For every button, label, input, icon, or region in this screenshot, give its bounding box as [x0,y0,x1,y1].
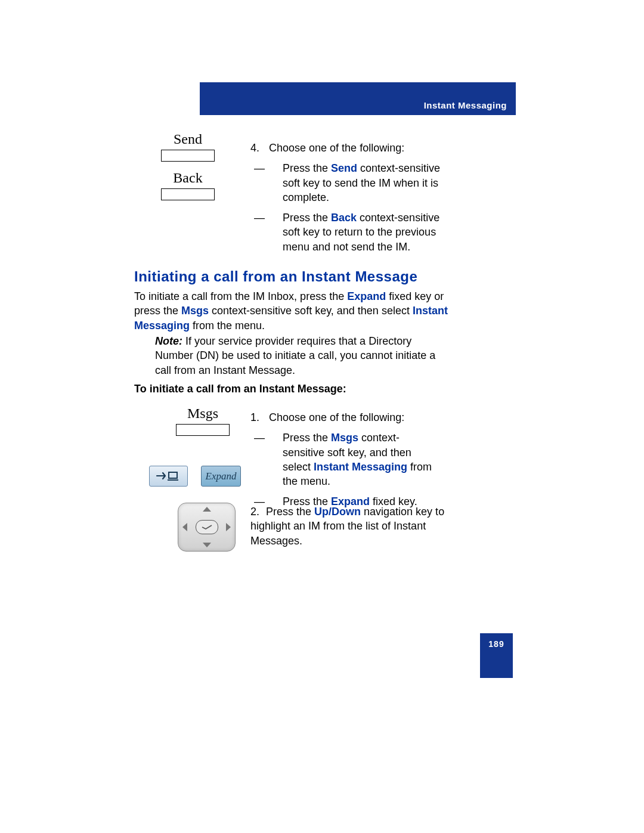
section-heading: Initiating a call from an Instant Messag… [134,268,417,285]
expand-fixed-key: Expand [149,466,241,487]
softkey-back-label: Back [161,170,215,186]
step-2: 2.Press the Up/Down navigation key to hi… [250,504,447,548]
softkey-send-label: Send [161,131,215,147]
step-1-number: 1. [250,410,266,425]
procedure-heading: To initiate a call from an Instant Messa… [134,383,346,395]
step-4-number: 4. [250,141,266,155]
step-4: 4. Choose one of the following: —Press t… [250,141,459,254]
intro-paragraph: To initiate a call from the IM Inbox, pr… [134,289,450,333]
softkey-back: Back [161,170,215,200]
svg-rect-0 [169,472,177,478]
softkey-send: Send [161,131,215,162]
step-2-number: 2. [250,504,266,519]
softkey-back-box [161,188,215,200]
header-section-title: Instant Messaging [424,100,507,110]
softkey-send-box [161,150,215,162]
navigation-pad-icon [178,503,236,552]
header-band: Instant Messaging [200,82,516,115]
step-4-option-a: —Press the Send context-sensitive soft k… [268,161,459,205]
softkey-msgs-label: Msgs [176,405,230,422]
page-number: 189 [480,633,513,678]
step-1-lead: Choose one of the following: [269,411,404,423]
note-paragraph: Note: If your service provider requires … [155,334,447,377]
expand-icon [149,466,188,487]
step-1-option-a: —Press the Msgs context-sensitive soft k… [268,431,441,488]
expand-label: Expand [201,466,241,487]
softkey-msgs: Msgs [176,405,230,436]
step-4-option-b: —Press the Back context-sensitive soft k… [268,210,459,254]
step-1: 1. Choose one of the following: —Press t… [250,410,441,509]
step-4-lead: Choose one of the following: [269,142,404,154]
softkey-msgs-box [176,424,230,436]
